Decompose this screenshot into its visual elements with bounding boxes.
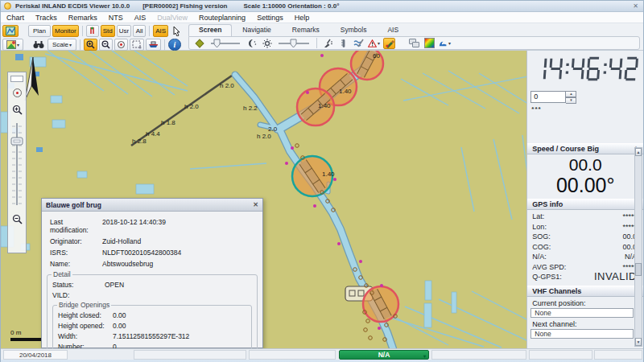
center-target-icon xyxy=(117,40,126,49)
select-area-button[interactable] xyxy=(130,39,144,51)
gps-row: Lat:***** xyxy=(527,212,643,222)
chart-icon xyxy=(6,27,15,35)
tab-navigatie[interactable]: Navigatie xyxy=(232,24,281,36)
menu-nts[interactable]: NTS xyxy=(103,14,129,22)
session-label: [PER00002] Fishing version xyxy=(142,2,227,10)
vhf-next-input[interactable]: None xyxy=(530,329,634,339)
field-row: Number:0 xyxy=(53,341,251,348)
menu-bar: Chart Tracks Remarks NTS AIS DualView Ro… xyxy=(1,12,643,23)
map-zoom-out-button[interactable] xyxy=(10,212,23,225)
menu-dualview: DualView xyxy=(151,14,193,22)
usr-view-button[interactable]: Usr xyxy=(117,25,131,37)
menu-tracks[interactable]: Tracks xyxy=(30,14,63,22)
layers-button[interactable] xyxy=(408,38,420,49)
center-ship-button[interactable] xyxy=(114,39,128,51)
chevron-down-icon: ▾ xyxy=(378,40,380,46)
depth-bar-button[interactable] xyxy=(337,38,349,49)
info-sidebar: 0 ▲▼ *** Speed / Course Big▲ 00.0 00.00°… xyxy=(526,51,643,348)
scale-dropdown[interactable]: Scale▾ xyxy=(47,39,76,51)
app-logo-icon xyxy=(4,2,11,10)
spinner-down-icon[interactable]: ▼ xyxy=(566,97,576,104)
window-close-button[interactable]: ✕ xyxy=(633,2,638,10)
brightness-slider[interactable] xyxy=(276,39,312,48)
info-icon: i xyxy=(174,40,176,49)
chart-mode-button[interactable] xyxy=(2,25,19,37)
vhf-current-label: Current position: xyxy=(532,299,643,307)
std-view-button[interactable]: Std xyxy=(101,25,115,37)
spinner-up-icon[interactable]: ▲ xyxy=(566,91,576,97)
center-position-button[interactable] xyxy=(10,86,23,99)
field-row: Last modification:2018-10-12 14:40:39 xyxy=(42,216,262,236)
vhf-channels-header[interactable]: VHF Channels▲ xyxy=(527,286,643,297)
wave-crest-icon xyxy=(439,39,448,48)
menu-routeplanning[interactable]: Routeplanning xyxy=(193,14,251,22)
dialog-close-button[interactable]: ✕ xyxy=(253,201,258,208)
info-button[interactable]: i xyxy=(168,39,181,51)
ship-icon xyxy=(148,40,159,48)
ship-info-button[interactable] xyxy=(146,39,161,51)
vhf-next-label: Next channel: xyxy=(532,320,643,328)
plan-button[interactable]: Plan xyxy=(28,25,51,37)
vhf-current-input[interactable]: None xyxy=(530,308,634,318)
zoom-out-button[interactable] xyxy=(99,39,113,51)
day-mode-button[interactable] xyxy=(261,38,273,49)
menu-remarks[interactable]: Remarks xyxy=(63,14,103,22)
chart-map[interactable]: h 2.0h 2.0h 1.8h 4.4h 2.8h 2.2h 2.02.060… xyxy=(1,51,526,348)
clear-screen-button[interactable] xyxy=(322,38,334,49)
menu-help[interactable]: Help xyxy=(289,14,316,22)
zoom-slider[interactable] xyxy=(10,120,24,208)
gps-info-header[interactable]: GPS info▲ xyxy=(527,199,643,210)
alarms-dropdown[interactable]: ▾ xyxy=(368,38,380,49)
sidebar-scrollbar[interactable]: ▲ ▼ xyxy=(634,147,642,347)
tab-symbols[interactable]: Symbols xyxy=(330,24,378,36)
field-row: Width:7.15112581555297E-312 xyxy=(53,331,251,341)
night-mode-button[interactable] xyxy=(246,38,258,49)
menu-chart[interactable]: Chart xyxy=(1,14,30,22)
tab-screen[interactable]: Screen xyxy=(188,24,232,36)
scroll-down-icon[interactable]: ▼ xyxy=(635,338,642,346)
map-label: h 2.0 xyxy=(184,103,199,110)
chevron-down-icon: ▾ xyxy=(448,40,451,46)
tracks-record-button[interactable] xyxy=(86,25,99,37)
pencil-draw-icon xyxy=(385,39,394,48)
contrast-slider[interactable] xyxy=(208,39,242,48)
waves-icon xyxy=(353,39,365,47)
course-offset-spinner[interactable]: 0 xyxy=(530,91,566,103)
scale-bar-label: 0 m xyxy=(10,329,21,336)
search-chart-button[interactable] xyxy=(31,39,46,51)
spinner-buttons[interactable]: ▲▼ xyxy=(566,91,576,103)
scrollbar-thumb[interactable] xyxy=(635,263,642,276)
tab-remarks[interactable]: Remarks xyxy=(282,24,330,36)
menu-settings[interactable]: Settings xyxy=(251,14,289,22)
chevron-down-icon: ▾ xyxy=(423,352,426,361)
selection-box-icon xyxy=(132,40,142,49)
speed-value: 00.0 xyxy=(527,155,643,175)
scroll-up-icon[interactable]: ▲ xyxy=(635,148,642,156)
map-label: 60 xyxy=(373,52,380,60)
bridge-openings-group: Bridge Openings Height closed:0.00 Heigh… xyxy=(52,301,252,348)
map-zoom-in-button[interactable] xyxy=(10,103,23,116)
chart-layers-button[interactable]: ▾ xyxy=(2,39,23,51)
chevron-down-icon: ▾ xyxy=(69,42,72,47)
na-status-button[interactable]: N/A ▾ xyxy=(339,350,429,360)
zoom-in-button[interactable] xyxy=(84,39,97,51)
menu-ais[interactable]: AIS xyxy=(129,14,152,22)
color-palette-button[interactable] xyxy=(423,38,436,49)
cursor-arrow-icon xyxy=(172,26,181,36)
draw-route-button[interactable] xyxy=(383,38,395,49)
monitor-button[interactable]: Monitor xyxy=(52,25,79,37)
tide-dropdown[interactable]: ▾ xyxy=(439,38,451,49)
dialog-title-bar[interactable]: Blauwe golf brug ✕ xyxy=(42,199,262,212)
warning-triangle-icon xyxy=(368,39,377,48)
tab-ais[interactable]: AIS xyxy=(377,24,409,36)
scale-readout xyxy=(10,76,23,82)
stars-indicator: *** xyxy=(531,105,643,113)
cursor-tool-button[interactable] xyxy=(170,25,183,37)
all-view-button[interactable]: All xyxy=(133,25,146,37)
broom-icon xyxy=(323,39,333,48)
ais-toggle-button[interactable]: AIS xyxy=(153,25,168,37)
gps-rows: Lat:***** Lon:***** SOG:00.0 COG:00.0 N/… xyxy=(527,210,643,282)
no-wake-button[interactable] xyxy=(353,38,365,49)
color-dot-indicator xyxy=(193,38,205,49)
speed-course-header[interactable]: Speed / Course Big▲ xyxy=(527,143,643,154)
